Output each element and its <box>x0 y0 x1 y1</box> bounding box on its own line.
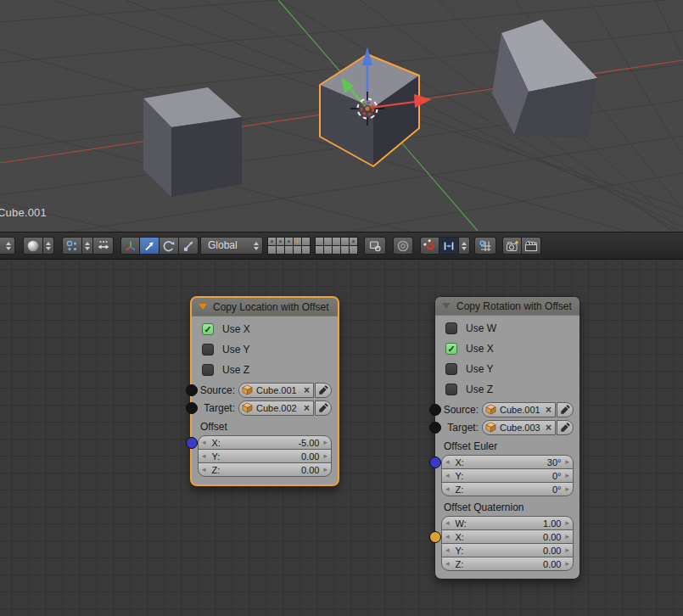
layer-cell[interactable] <box>350 246 357 254</box>
decrement-arrow-icon[interactable]: ◂ <box>202 452 206 460</box>
rotate-manipulator-button[interactable] <box>160 237 179 255</box>
decrement-arrow-icon[interactable]: ◂ <box>202 466 206 473</box>
layer-cell[interactable] <box>333 246 340 254</box>
layer-cell[interactable] <box>324 246 332 254</box>
object-input-socket[interactable] <box>429 404 441 416</box>
layer-cell[interactable] <box>294 246 301 254</box>
collapse-triangle-icon[interactable] <box>442 303 451 309</box>
snap-spinner[interactable] <box>459 237 470 255</box>
eyedropper-button[interactable] <box>315 400 332 416</box>
collapse-triangle-icon[interactable] <box>199 304 207 310</box>
layer-cell[interactable] <box>324 238 332 245</box>
node-header[interactable]: Copy Rotation with Offset <box>435 297 579 316</box>
node[interactable]: Copy Location with Offset✓Use XUse YUse … <box>190 296 339 486</box>
increment-arrow-icon[interactable]: ▸ <box>565 533 569 540</box>
increment-arrow-icon[interactable]: ▸ <box>323 466 328 473</box>
proportional-edit-dropdown[interactable] <box>393 237 413 255</box>
decrement-arrow-icon[interactable]: ◂ <box>445 472 450 479</box>
eyedropper-button[interactable] <box>557 402 574 417</box>
translate-manipulator-button[interactable] <box>140 237 160 255</box>
vector-input-socket[interactable] <box>186 437 198 449</box>
increment-arrow-icon[interactable]: ▸ <box>565 546 569 554</box>
unlink-icon[interactable]: × <box>304 403 310 413</box>
node-editor[interactable]: Copy Location with Offset✓Use XUse YUse … <box>0 260 683 616</box>
shading-sphere-icon[interactable] <box>23 237 43 255</box>
orientation-dropdown[interactable]: Global <box>200 237 263 255</box>
layer-cell[interactable] <box>316 238 323 245</box>
unlink-icon[interactable]: × <box>304 385 310 395</box>
number-field[interactable]: ◂W:1.00▸ <box>441 516 574 530</box>
checkbox-unchecked[interactable] <box>202 364 214 376</box>
viewport-canvas[interactable] <box>0 0 683 232</box>
number-field[interactable]: ◂Y:0.00▸ <box>441 543 574 557</box>
cube-left-front-face[interactable] <box>171 117 242 197</box>
lock-to-scene-button[interactable] <box>364 237 386 255</box>
layer-cell[interactable] <box>302 238 310 245</box>
decrement-arrow-icon[interactable]: ◂ <box>445 458 450 466</box>
layer-cell[interactable] <box>277 238 284 245</box>
layer-cell[interactable] <box>341 238 349 245</box>
orientation-spinner[interactable] <box>251 242 260 250</box>
checkbox-unchecked[interactable] <box>445 384 457 395</box>
pivot-spinner[interactable] <box>82 237 93 255</box>
layer-cell[interactable] <box>285 246 293 254</box>
pivot-center-dropdown[interactable] <box>62 237 82 255</box>
increment-arrow-icon[interactable]: ▸ <box>565 519 569 527</box>
checkbox-unchecked[interactable] <box>445 322 457 334</box>
layer-cell[interactable] <box>341 246 349 254</box>
number-field[interactable]: ◂Z:0°▸ <box>441 482 574 496</box>
node[interactable]: Copy Rotation with OffsetUse W✓Use XUse … <box>434 296 580 580</box>
layer-cell[interactable] <box>302 246 310 254</box>
increment-arrow-icon[interactable]: ▸ <box>323 452 328 460</box>
number-field[interactable]: ◂X:-5.00▸ <box>198 435 332 450</box>
snap-toggle-button[interactable] <box>420 237 439 255</box>
quaternion-input-socket[interactable] <box>429 531 441 543</box>
number-field[interactable]: ◂X:30°▸ <box>441 455 574 469</box>
opengl-render-anim-button[interactable] <box>522 237 541 255</box>
decrement-arrow-icon[interactable]: ◂ <box>445 560 450 568</box>
eyedropper-button[interactable] <box>315 383 332 398</box>
decrement-arrow-icon[interactable]: ◂ <box>445 519 450 527</box>
layer-cell[interactable] <box>316 246 323 254</box>
object-input-socket[interactable] <box>429 422 441 434</box>
decrement-arrow-icon[interactable]: ◂ <box>445 533 450 540</box>
checkbox-checked[interactable]: ✓ <box>202 323 214 335</box>
scale-manipulator-button[interactable] <box>179 237 199 255</box>
snap-target-button[interactable] <box>474 237 496 255</box>
object-selector[interactable]: Cube.001× <box>482 402 556 417</box>
layer-cell[interactable] <box>277 246 284 254</box>
checkbox-unchecked[interactable] <box>445 363 457 375</box>
increment-arrow-icon[interactable]: ▸ <box>565 458 569 466</box>
object-selector[interactable]: Cube.001× <box>238 383 314 398</box>
eyedropper-button[interactable] <box>557 420 574 435</box>
increment-arrow-icon[interactable]: ▸ <box>565 485 569 493</box>
vector-input-socket[interactable] <box>429 456 441 468</box>
number-field[interactable]: ◂Z:0.00▸ <box>441 557 574 571</box>
shading-spinner[interactable] <box>43 237 54 255</box>
unlink-icon[interactable]: × <box>546 405 551 415</box>
decrement-arrow-icon[interactable]: ◂ <box>445 546 450 554</box>
increment-arrow-icon[interactable]: ▸ <box>565 472 569 479</box>
layer-cell[interactable] <box>350 238 357 245</box>
opengl-render-button[interactable] <box>502 237 522 255</box>
layer-cell[interactable] <box>285 238 293 245</box>
manipulator-widget-toggle[interactable] <box>93 237 114 255</box>
increment-arrow-icon[interactable]: ▸ <box>323 439 328 446</box>
number-field[interactable]: ◂X:0.00▸ <box>441 529 574 544</box>
mode-dropdown[interactable] <box>0 237 15 255</box>
number-field[interactable]: ◂Z:0.00▸ <box>198 462 332 477</box>
layer-cell[interactable] <box>268 246 276 254</box>
3d-viewport[interactable]: Cube.001 <box>0 0 683 232</box>
layer-cell[interactable] <box>294 238 301 245</box>
axis-tripod-button[interactable] <box>120 237 140 255</box>
unlink-icon[interactable]: × <box>546 423 551 433</box>
number-field[interactable]: ◂Y:0°▸ <box>441 468 574 483</box>
object-input-socket[interactable] <box>186 402 198 414</box>
decrement-arrow-icon[interactable]: ◂ <box>202 439 206 446</box>
object-selector[interactable]: Cube.002× <box>238 400 314 416</box>
checkbox-checked[interactable]: ✓ <box>445 343 457 355</box>
decrement-arrow-icon[interactable]: ◂ <box>445 485 450 493</box>
layer-cell[interactable] <box>268 238 276 245</box>
node-header[interactable]: Copy Location with Offset <box>192 298 338 316</box>
checkbox-unchecked[interactable] <box>202 344 214 356</box>
